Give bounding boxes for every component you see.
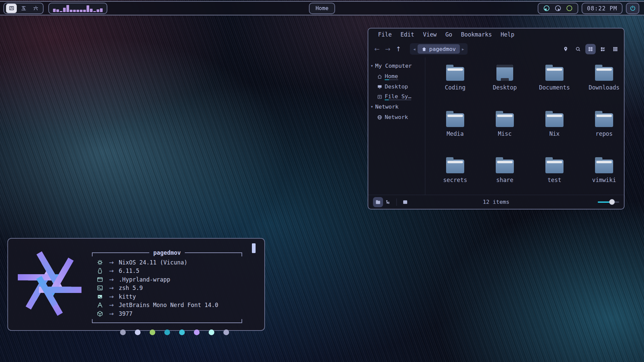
sidebar-item-network[interactable]: Network: [368, 112, 425, 122]
menu-view[interactable]: View: [419, 31, 441, 38]
folder-vimwiki[interactable]: vimwiki: [580, 153, 625, 199]
folder-misc[interactable]: Misc: [480, 107, 529, 153]
collapse-icon: ▾: [371, 105, 373, 109]
sidebar-item-filesystem[interactable]: File Sy…: [368, 91, 425, 102]
package-icon: [96, 310, 104, 317]
menu-bookmarks[interactable]: Bookmarks: [457, 31, 496, 38]
folder-downloads[interactable]: Downloads: [580, 61, 625, 107]
window-body: ▾ My Computer Home Desktop: [368, 57, 624, 195]
folder-desktop[interactable]: Desktop: [480, 61, 529, 107]
section-label: My Computer: [375, 63, 412, 69]
collapse-icon: ▾: [371, 64, 373, 68]
menu-help[interactable]: Help: [496, 31, 519, 38]
sidebar-item-desktop[interactable]: Desktop: [368, 81, 425, 91]
search-button[interactable]: [573, 44, 583, 54]
search-icon: [575, 46, 581, 52]
fastfetch-rows: → NixOS 24.11 (Vicuna) → 6.11.5: [92, 256, 242, 321]
folder-secrets[interactable]: secrets: [431, 153, 480, 199]
menu-edit[interactable]: Edit: [396, 31, 419, 38]
font-value: JetBrains Mono Nerd Font 14.0: [119, 302, 218, 308]
shell-icon: [96, 285, 104, 291]
folder-icon: [446, 67, 464, 81]
folder-coding[interactable]: Coding: [431, 61, 480, 107]
folder-icon: [595, 113, 613, 127]
folder-documents[interactable]: Documents: [530, 61, 579, 107]
path-segment-home[interactable]: pagedmov: [418, 44, 460, 54]
folder-media[interactable]: Media: [431, 107, 480, 153]
clock: 08:22 PM: [582, 3, 623, 14]
forward-button[interactable]: →: [382, 44, 393, 54]
cpu-gauge-icon[interactable]: [543, 5, 550, 12]
power-button[interactable]: [626, 3, 639, 14]
folder-icon: [446, 113, 464, 127]
palette-dot: [194, 329, 200, 335]
box-top-border: pagedmov: [92, 249, 242, 256]
workspace-6-button[interactable]: [30, 4, 41, 13]
slider-track: [598, 201, 619, 203]
sidebar-item-label: Desktop: [385, 83, 408, 90]
folder-grid: Coding Desktop Documents Downloads Media: [431, 61, 625, 199]
workspace-4-button[interactable]: [6, 4, 17, 13]
status-ring-icon[interactable]: [566, 5, 573, 12]
arrow-icon: →: [104, 285, 119, 291]
sidebar-item-home[interactable]: Home: [368, 71, 425, 81]
folder-icon: [496, 160, 514, 173]
section-label: Network: [375, 104, 399, 110]
sidebar: ▾ My Computer Home Desktop: [368, 57, 425, 195]
location-button[interactable]: [560, 44, 571, 54]
box-line: [93, 322, 241, 323]
workspace-5-button[interactable]: [18, 4, 29, 13]
wm-value: .Hyprland-wrapp: [119, 276, 170, 283]
fastfetch-box: pagedmov → NixOS 24.11 (Vicuna): [92, 249, 242, 325]
zoom-slider[interactable]: [598, 199, 619, 205]
compact-view-icon: [612, 46, 618, 52]
back-button[interactable]: ←: [372, 44, 382, 54]
fastfetch-output: pagedmov → NixOS 24.11 (Vicuna): [92, 245, 257, 330]
menu-bar: File Edit View Go Bookmarks Help: [368, 28, 624, 41]
grid-view-icon: [588, 46, 593, 52]
menu-go[interactable]: Go: [441, 31, 457, 38]
folder-label: vimwiki: [592, 177, 616, 183]
toolbar-right-icons: [560, 44, 621, 54]
penguin-icon: [96, 267, 104, 274]
compact-view-button[interactable]: [610, 44, 621, 54]
slider-knob[interactable]: [609, 199, 615, 205]
folder-label: Coding: [445, 84, 465, 91]
status-bar: 12 items: [368, 195, 624, 209]
row-shell: → zsh 5.9: [92, 284, 242, 293]
top-bar: Home 08:22 PM: [0, 1, 644, 15]
system-indicators: [538, 3, 578, 14]
row-terminal: → kitty: [92, 292, 242, 301]
folder-icon: [496, 113, 514, 127]
folder-repos[interactable]: repos: [580, 107, 625, 153]
cjk-four-icon: [9, 5, 14, 11]
sidebar-section-network[interactable]: ▾ Network: [368, 102, 425, 112]
os-value: NixOS 24.11 (Vicuna): [119, 259, 187, 266]
file-manager-window: File Edit View Go Bookmarks Help ← → ↑ ◂…: [368, 28, 625, 209]
scroll-path-right-icon[interactable]: ▸: [461, 47, 466, 52]
scroll-path-left-icon[interactable]: ◂: [412, 47, 417, 52]
folder-icon: [595, 67, 613, 81]
cjk-five-icon: [21, 5, 26, 11]
up-button[interactable]: ↑: [393, 44, 404, 54]
power-icon: [630, 5, 636, 11]
folder-label: Downloads: [589, 84, 620, 91]
window-icon: [96, 276, 104, 283]
palette-dot: [179, 329, 185, 335]
nixos-logo: [14, 248, 85, 319]
arrow-icon: →: [104, 276, 119, 283]
fastfetch-title: pagedmov: [149, 249, 185, 256]
palette-dot: [150, 329, 155, 335]
folder-test[interactable]: test: [530, 153, 579, 199]
list-view-button[interactable]: [598, 44, 608, 54]
folder-share[interactable]: share: [480, 153, 529, 199]
memory-gauge-icon[interactable]: [554, 5, 561, 12]
folder-icon: [595, 160, 613, 173]
menu-file[interactable]: File: [374, 31, 396, 38]
active-window-title: Home: [309, 3, 335, 14]
folder-label: Misc: [498, 130, 512, 137]
sidebar-section-my-computer[interactable]: ▾ My Computer: [368, 61, 425, 71]
icon-view-button[interactable]: [585, 44, 596, 54]
folder-nix[interactable]: Nix: [530, 107, 579, 153]
terminal-value: kitty: [119, 293, 136, 300]
